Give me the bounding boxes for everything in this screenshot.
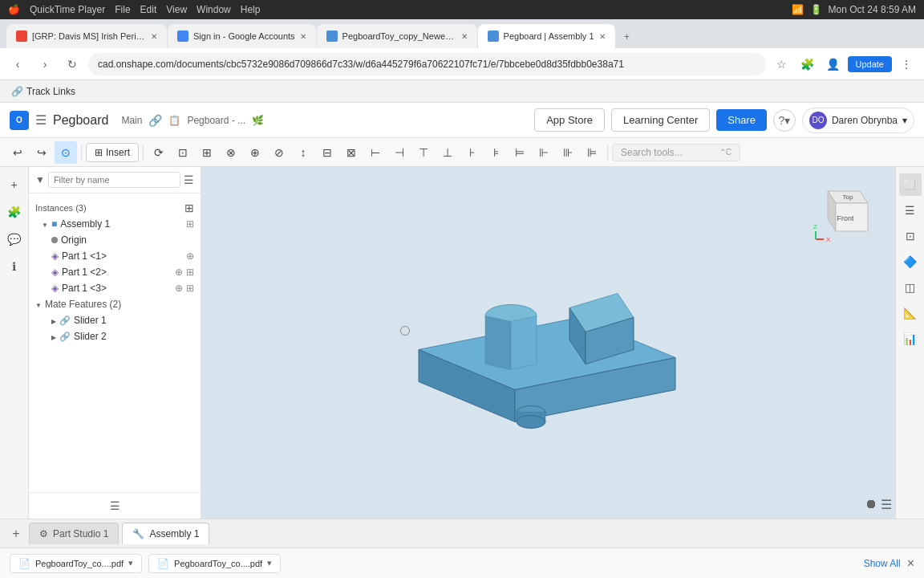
app-store-button[interactable]: App Store	[534, 108, 605, 132]
dl-arrow-2[interactable]: ▾	[267, 558, 272, 568]
tab-google-close[interactable]: ✕	[300, 32, 306, 41]
url-input[interactable]: cad.onshape.com/documents/cbc5732e9086d7…	[88, 53, 766, 75]
tb-btn-2[interactable]: ⊡	[172, 141, 194, 164]
tb-btn-1[interactable]: ⟳	[148, 141, 170, 164]
extensions-icon[interactable]: 🧩	[796, 53, 819, 75]
tab-assembly[interactable]: 🔧 Assembly 1	[122, 523, 209, 544]
tab-pegboard-copy-close[interactable]: ✕	[461, 32, 468, 41]
filter-input[interactable]	[48, 172, 180, 188]
tab-part-studio[interactable]: ⚙ Part Studio 1	[29, 523, 119, 544]
search-tools-input[interactable]: Search tools... ⌃C	[612, 144, 740, 161]
tb-btn-3[interactable]: ⊞	[196, 141, 218, 164]
slider2-expand[interactable]	[51, 332, 56, 341]
reload-button[interactable]: ↻	[61, 53, 83, 75]
part1-1-action[interactable]: ⊕	[186, 250, 194, 262]
menu-window[interactable]: Window	[197, 4, 231, 15]
view-list-btn[interactable]: ☰	[899, 199, 922, 222]
view-cube-btn[interactable]: ⬜	[899, 173, 922, 196]
part1-3-item[interactable]: ◈ Part 1 <3> ⊕ ⊞	[29, 280, 201, 296]
profile-icon[interactable]: 👤	[822, 53, 845, 75]
part1-1-item[interactable]: ◈ Part 1 <1> ⊕	[29, 248, 201, 264]
menu-view[interactable]: View	[166, 4, 187, 15]
tb-btn-15[interactable]: ⊧	[484, 141, 507, 164]
show-all-button[interactable]: Show All	[864, 558, 901, 569]
collapse-panel-btn[interactable]: ☰	[110, 499, 120, 512]
viewport-bottom-icon1[interactable]: ⏺	[865, 497, 877, 512]
download-item-2[interactable]: 📄 PegboardToy_co....pdf ▾	[148, 554, 281, 573]
tb-btn-11[interactable]: ⊣	[388, 141, 411, 164]
view-shading-btn[interactable]: ◫	[899, 276, 922, 299]
tb-btn-10[interactable]: ⊢	[364, 141, 387, 164]
viewport[interactable]: Front Top X Z ⬜ ☰ ⊡ 🔷	[201, 167, 924, 519]
tb-btn-13[interactable]: ⊥	[436, 141, 459, 164]
tb-btn-19[interactable]: ⊫	[581, 141, 603, 164]
tab-gmail-close[interactable]: ✕	[151, 32, 157, 41]
more-icon[interactable]: ⋮	[895, 53, 918, 75]
apple-icon[interactable]: 🍎	[8, 4, 20, 15]
hamburger-menu[interactable]: ☰	[35, 112, 47, 128]
back-button[interactable]: ‹	[6, 53, 29, 75]
bookmark-icon[interactable]: ☆	[771, 53, 793, 75]
view-measure-btn[interactable]: 📐	[899, 302, 922, 324]
forward-button[interactable]: ›	[34, 53, 56, 75]
origin-item[interactable]: Origin	[29, 232, 201, 248]
downloads-close-button[interactable]: ×	[907, 556, 914, 571]
view-table-btn[interactable]: 📊	[899, 328, 922, 350]
part1-2-item[interactable]: ◈ Part 1 <2> ⊕ ⊞	[29, 264, 201, 280]
nav-cube[interactable]: Front Top X Z	[804, 175, 884, 255]
instances-action-icon[interactable]: ⊞	[184, 201, 194, 214]
sidebar-icon-comment[interactable]: 💬	[3, 228, 26, 250]
share-button[interactable]: Share	[716, 109, 767, 131]
mate-features-item[interactable]: Mate Features (2)	[29, 296, 201, 312]
part1-2-action1[interactable]: ⊕	[175, 267, 183, 278]
dl-arrow-1[interactable]: ▾	[128, 558, 133, 568]
tb-btn-4[interactable]: ⊗	[220, 141, 242, 164]
add-tab-button[interactable]: +	[6, 524, 26, 543]
tb-btn-12[interactable]: ⊤	[412, 141, 435, 164]
menu-file[interactable]: File	[115, 4, 130, 15]
assembly-item[interactable]: ■ Assembly 1 ⊞	[29, 216, 201, 232]
assembly-action[interactable]: ⊞	[186, 218, 194, 230]
mate-features-expand[interactable]	[35, 300, 42, 309]
sidebar-icon-parts[interactable]: 🧩	[3, 201, 26, 223]
assembly-expand[interactable]	[42, 220, 48, 229]
part1-2-action2[interactable]: ⊞	[186, 267, 194, 278]
menu-edit[interactable]: Edit	[140, 4, 157, 15]
part1-3-action1[interactable]: ⊕	[175, 283, 183, 294]
download-item-1[interactable]: 📄 PegboardToy_co....pdf ▾	[10, 554, 142, 573]
redo-button[interactable]: ↪	[30, 141, 53, 164]
new-tab-button[interactable]: +	[616, 26, 638, 48]
slider2-item[interactable]: 🔗 Slider 2	[29, 328, 201, 344]
tab-pegboard-asm[interactable]: Pegboard | Assembly 1 ✕	[478, 24, 615, 48]
tb-btn-6[interactable]: ⊘	[268, 141, 290, 164]
update-button[interactable]: Update	[848, 56, 892, 72]
tab-gmail[interactable]: [GRP: Davis MS] Irish Period ... ✕	[6, 24, 167, 48]
part1-3-action2[interactable]: ⊞	[186, 283, 194, 294]
onshape-logo[interactable]: O	[10, 111, 29, 130]
sidebar-icon-add[interactable]: +	[3, 173, 26, 196]
tb-btn-17[interactable]: ⊩	[533, 141, 555, 164]
slider1-item[interactable]: 🔗 Slider 1	[29, 312, 201, 328]
bookmark-track-links[interactable]: 🔗 Track Links	[6, 84, 80, 99]
viewport-bottom-icon2[interactable]: ☰	[881, 497, 892, 512]
insert-button[interactable]: ⊞ Insert	[86, 143, 139, 162]
sidebar-icon-info[interactable]: ℹ	[3, 255, 26, 278]
tb-btn-14[interactable]: ⊦	[460, 141, 483, 164]
undo-button[interactable]: ↩	[6, 141, 29, 164]
tb-btn-9[interactable]: ⊠	[340, 141, 363, 164]
tb-btn-16[interactable]: ⊨	[509, 141, 531, 164]
link-icon[interactable]: 🔗	[148, 114, 162, 127]
tab-pegboard-copy[interactable]: PegboardToy_copy_Newest_... ✕	[317, 24, 477, 48]
menu-help[interactable]: Help	[241, 4, 261, 15]
tab-google[interactable]: Sign in - Google Accounts ✕	[168, 24, 316, 48]
select-button[interactable]: ⊙	[55, 141, 77, 164]
view-render-btn[interactable]: 🔷	[899, 250, 922, 273]
slider1-expand[interactable]	[51, 316, 56, 325]
list-view-icon[interactable]: ☰	[184, 173, 194, 186]
learning-center-button[interactable]: Learning Center	[611, 108, 710, 132]
tab-pegboard-asm-close[interactable]: ✕	[599, 32, 606, 41]
tb-btn-18[interactable]: ⊪	[557, 141, 579, 164]
user-chip[interactable]: DO Daren Obrynba ▾	[802, 108, 914, 133]
tb-btn-5[interactable]: ⊕	[244, 141, 266, 164]
tb-btn-7[interactable]: ↕	[292, 141, 314, 164]
